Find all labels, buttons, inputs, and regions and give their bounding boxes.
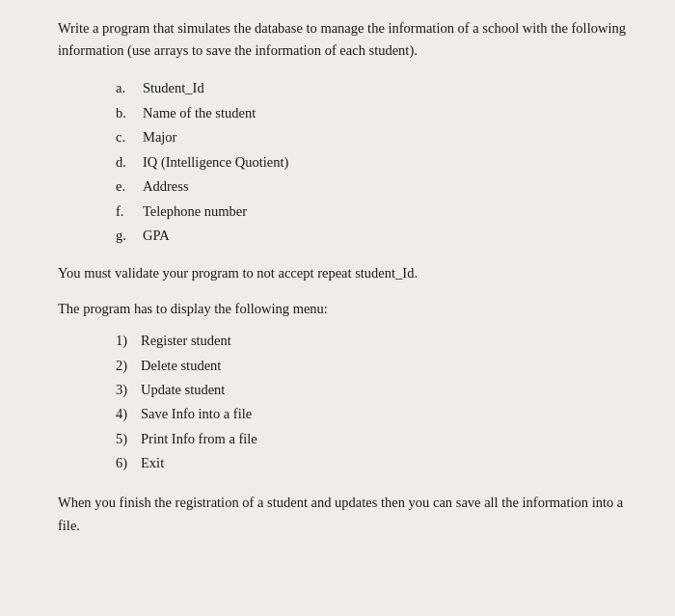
list-item-text: Name of the student [143,102,256,123]
list-item-text: GPA [143,225,170,246]
numbered-item-label: 1) [116,330,141,351]
list-item: b.Name of the student [116,102,636,123]
numbered-item-text: Update student [141,379,225,400]
validation-text: You must validate your program to not ac… [58,262,636,284]
numbered-item-label: 5) [116,428,141,449]
numbered-item-label: 6) [116,452,141,473]
list-item: g.GPA [116,225,636,246]
list-item-label: c. [116,126,143,147]
numbered-item-label: 2) [116,355,141,376]
list-item-label: e. [116,175,143,197]
list-item-label: b. [116,102,143,123]
list-item-text: Student_Id [143,77,204,98]
list-item: d.IQ (Intelligence Quotient) [116,151,636,173]
list-item-label: f. [116,201,143,222]
list-item-label: d. [116,151,143,173]
intro-paragraph: Write a program that simulates the datab… [58,17,636,62]
numbered-item: 6)Exit [116,452,636,473]
attributes-list: a.Student_Idb.Name of the studentc.Major… [116,77,636,246]
list-item: c.Major [116,126,636,147]
list-item-text: Telephone number [143,201,247,222]
list-item: e.Address [116,175,636,197]
numbered-item-text: Print Info from a file [141,428,257,449]
list-item: f.Telephone number [116,201,636,222]
list-item-text: Major [143,126,176,147]
list-item-text: IQ (Intelligence Quotient) [143,151,288,173]
menu-list: 1)Register student2)Delete student3)Upda… [116,330,636,474]
numbered-item-text: Delete student [141,355,221,376]
list-item: a.Student_Id [116,77,636,98]
numbered-item-text: Exit [141,452,164,473]
list-item-label: g. [116,225,143,246]
numbered-item-text: Register student [141,330,231,351]
numbered-item-text: Save Info into a file [141,403,252,424]
closing-paragraph: When you finish the registration of a st… [58,492,636,538]
numbered-item-label: 3) [116,379,141,400]
numbered-item: 1)Register student [116,330,636,351]
list-item-label: a. [116,77,143,98]
menu-intro: The program has to display the following… [58,298,636,320]
numbered-item-label: 4) [116,403,141,424]
numbered-item: 2)Delete student [116,355,636,376]
numbered-item: 4)Save Info into a file [116,403,636,424]
numbered-item: 5)Print Info from a file [116,428,636,449]
numbered-item: 3)Update student [116,379,636,400]
list-item-text: Address [143,175,189,197]
